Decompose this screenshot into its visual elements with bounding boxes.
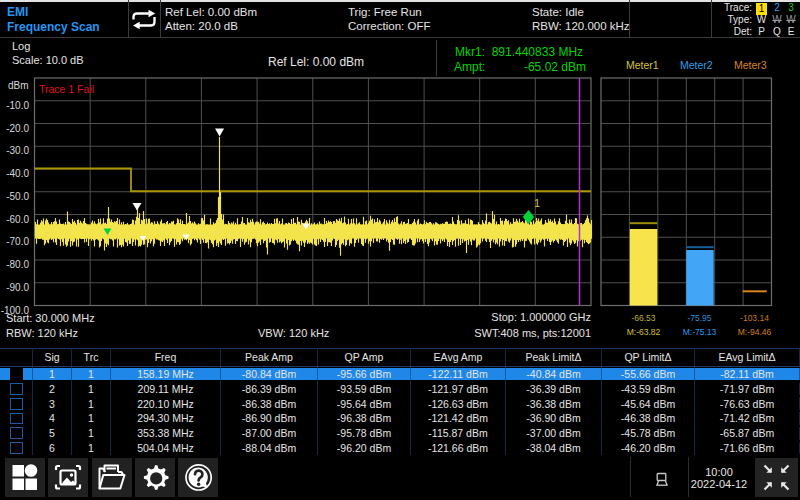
svg-text:1: 1 [534,197,540,209]
